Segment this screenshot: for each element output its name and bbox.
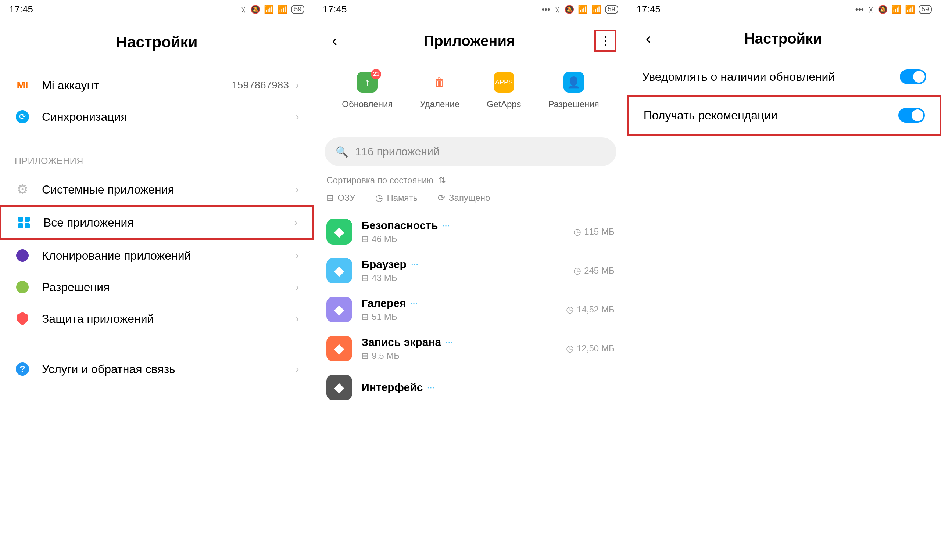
divider [15,142,299,142]
system-apps-row[interactable]: ⚙ Системные приложения › [0,174,313,205]
status-time: 17:45 [637,4,660,15]
app-name: Интерфейс⋯ [361,381,614,394]
sort-icon: ⇅ [438,175,446,185]
mute-icon: 🔕 [564,5,574,14]
toggle-update-label: Уведомлять о наличии обновлений [642,69,900,85]
chevron-right-icon: › [294,217,298,228]
app-storage: ◷14,52 МБ [566,305,614,315]
toggle-switch[interactable] [898,108,925,123]
support-label: Услуги и обратная связь [42,362,296,376]
app-row[interactable]: ◆ Безопасность⋯ ⊞46 МБ ◷115 МБ [313,212,627,251]
clock-icon: ◷ [566,343,574,354]
screen-app-settings: 17:45 ••• ⚹ 🔕 📶 📶 59 ‹ Настройки Уведомл… [628,0,941,560]
app-row[interactable]: ◆ Запись экрана⋯ ⊞9,5 МБ ◷12,50 МБ [313,329,627,368]
spinner-icon: ⋯ [442,221,450,230]
app-list: ◆ Безопасность⋯ ⊞46 МБ ◷115 МБ ◆ Браузер… [313,212,627,407]
divider [15,344,299,344]
signal-icon: 📶 [578,5,588,14]
trash-icon: 🗑 [429,72,450,92]
app-ram: ⊞46 МБ [361,234,574,244]
wifi-icon: 📶 [278,5,287,14]
spinner-icon: ⟳ [438,193,445,203]
permissions-label: Разрешения [42,280,296,294]
chevron-right-icon: › [296,184,299,195]
app-info: Браузер⋯ ⊞43 МБ [361,258,574,283]
chevron-right-icon: › [296,111,299,123]
sync-label: Синхронизация [42,110,296,124]
search-icon: 🔍 [336,146,349,158]
clone-apps-label: Клонирование приложений [42,249,296,263]
clock-icon: ◷ [574,266,581,276]
action-permissions[interactable]: 👤 Разрешения [548,72,599,109]
action-delete[interactable]: 🗑 Удаление [420,72,460,109]
signal-icon: 📶 [892,5,901,14]
app-ram: ⊞9,5 МБ [361,351,566,361]
header-bar: ‹ Настройки [628,19,941,58]
all-apps-row[interactable]: Все приложения › [0,205,313,240]
search-input[interactable]: 🔍 116 приложений [325,137,616,166]
filter-ram[interactable]: ⊞ОЗУ [326,193,355,203]
all-apps-label: Все приложения [43,216,294,229]
mi-account-value: 1597867983 [231,79,289,91]
app-info: Безопасность⋯ ⊞46 МБ [361,219,574,244]
action-getapps[interactable]: APPS GetApps [487,72,521,109]
sort-dropdown[interactable]: Сортировка по состоянию ⇅ [313,175,627,193]
support-row[interactable]: ? Услуги и обратная связь › [0,353,313,385]
mi-account-row[interactable]: MI Mi аккаунт 1597867983 › [0,69,313,101]
page-title: Настройки [0,19,313,69]
action-updates[interactable]: ↑21 Обновления [342,72,393,109]
app-name: Безопасность⋯ [361,219,574,232]
app-info: Галерея⋯ ⊞51 МБ [361,297,566,322]
toggle-recommendations[interactable]: Получать рекомендации [628,95,941,135]
app-row[interactable]: ◆ Интерфейс⋯ [313,368,627,407]
clone-apps-row[interactable]: Клонирование приложений › [0,240,313,271]
bluetooth-icon: ⚹ [554,5,560,14]
clock-icon: ◷ [574,226,581,237]
more-menu-button[interactable]: ⋮ [594,30,616,52]
screen-settings: 17:45 ⚹ 🔕 📶 📶 59 Настройки MI Mi аккаунт… [0,0,313,560]
chip-icon: ⊞ [361,312,369,322]
sync-row[interactable]: ⟳ Синхронизация › [0,101,313,132]
filter-running[interactable]: ⟳Запущено [438,193,490,203]
app-name: Браузер⋯ [361,258,574,271]
app-row[interactable]: ◆ Галерея⋯ ⊞51 МБ ◷14,52 МБ [313,290,627,329]
app-icon: ◆ [326,335,352,362]
getapps-icon: APPS [494,72,514,92]
app-protection-row[interactable]: Защита приложений › [0,303,313,335]
shield-icon [15,311,30,326]
gear-icon: ⚙ [15,182,30,197]
permissions-row[interactable]: Разрешения › [0,271,313,303]
action-permissions-label: Разрешения [548,99,599,109]
chip-icon: ⊞ [361,234,369,244]
mi-account-label: Mi аккаунт [42,78,231,92]
chevron-right-icon: › [296,281,299,293]
signal-icon: 📶 [264,5,274,14]
status-bar: 17:45 ••• ⚹ 🔕 📶 📶 59 [313,0,627,19]
app-storage: ◷12,50 МБ [566,343,614,354]
chevron-right-icon: › [296,79,299,91]
app-storage: ◷115 МБ [574,226,614,237]
app-icon: ◆ [326,297,352,322]
app-ram: ⊞51 МБ [361,312,566,322]
mute-icon: 🔕 [250,5,260,14]
chevron-right-icon: › [296,250,299,262]
clock-icon: ◷ [375,193,383,203]
toggle-update-notify[interactable]: Уведомлять о наличии обновлений [628,58,941,95]
back-button[interactable]: ‹ [639,30,658,48]
chip-icon: ⊞ [326,193,334,203]
filter-storage[interactable]: ◷Память [375,193,418,203]
status-time: 17:45 [323,4,347,15]
app-row[interactable]: ◆ Браузер⋯ ⊞43 МБ ◷245 МБ [313,251,627,290]
app-storage: ◷245 МБ [574,266,614,276]
section-header-apps: ПРИЛОЖЕНИЯ [0,151,313,174]
spinner-icon: ⋯ [446,338,453,347]
spinner-icon: ⋯ [410,299,418,308]
status-bar: 17:45 ⚹ 🔕 📶 📶 59 [0,0,313,19]
back-button[interactable]: ‹ [325,32,344,49]
app-protection-label: Защита приложений [42,312,296,326]
app-info: Интерфейс⋯ [361,381,614,394]
toggle-switch[interactable] [900,69,926,84]
battery-icon: 59 [919,5,932,14]
mi-icon: MI [15,77,30,93]
action-getapps-label: GetApps [487,99,521,109]
